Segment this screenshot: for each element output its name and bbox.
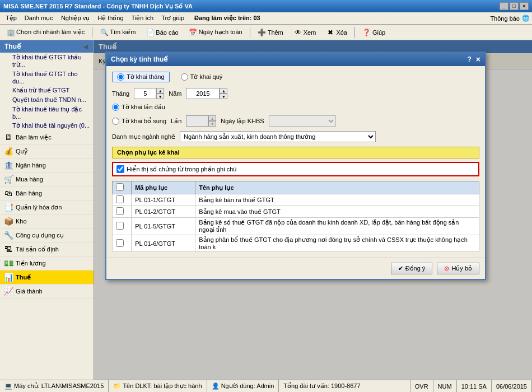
sidebar-item-taisan[interactable]: 🏗 Tài sản cố định (0, 242, 94, 256)
row-checkbox-1[interactable] (116, 207, 124, 215)
menu-tep[interactable]: Tệp (2, 13, 20, 23)
sidebar-item-tokhaigtgt2[interactable]: Tờ khai thuế GTGT cho du... (0, 69, 94, 86)
sidebar-collapse-btn[interactable]: ◀ (82, 44, 89, 50)
menu-trogiup[interactable]: Trợ giúp (158, 13, 188, 23)
content-area: Thuế Kỳ Đầu năm đến hiện tại Từ Đến Loại… (94, 40, 532, 380)
hoadon-icon: 📑 (3, 202, 13, 212)
modal-chon-ky: Chọn kỳ tính thuế ? × Tờ khai tháng (105, 52, 486, 280)
taisan-icon: 🏗 (3, 244, 13, 254)
sidebar-item-congcu[interactable]: 🔧 Công cụ dụng cụ (0, 228, 94, 242)
globe-icon: 🌐 (522, 15, 530, 22)
status-bar: 💻 Máy chủ: LTLAN\MISASME2015 📁 Tên DLKT:… (0, 380, 532, 392)
row-ten-3: Bảng phân bổ thuế GTGT cho địa phương nơ… (195, 235, 479, 252)
sidebar-item-nganhang[interactable]: 🏦 Ngân hàng (0, 158, 94, 172)
radio-tokhaitháng-input[interactable] (117, 73, 124, 81)
row-checkbox-2[interactable] (116, 222, 124, 230)
status-time: 10:11 SA (457, 380, 492, 392)
sidebar-item-kho[interactable]: 📦 Kho (0, 214, 94, 228)
lan-up-btn[interactable]: ▲ (208, 115, 216, 121)
radio-landau[interactable]: Tờ khai lần đầu (112, 104, 165, 111)
app-title: MISA SME.NET 2015 R7 Standard - Công ty … (3, 3, 193, 10)
sidebar-item-label: Tài sản cố định (16, 246, 59, 253)
toolbar-them-btn[interactable]: ➕ Thêm (254, 26, 287, 39)
db-icon: 📁 (113, 382, 121, 390)
ok-label: Đồng ý (405, 265, 426, 272)
ngaylap-label: Ngày lập KHBS (221, 118, 264, 125)
ngaylap-select[interactable] (269, 115, 336, 127)
thang-spinner: ▲ ▼ (134, 88, 164, 99)
radio-tokhaitháng[interactable]: Tờ khai tháng (112, 72, 170, 82)
radio-tokhaiQuy-input[interactable] (181, 73, 188, 81)
sidebar-item-banhang[interactable]: 🛍 Bán hàng (0, 186, 94, 200)
danhmuc-select[interactable]: Ngành hàng sản xuất, kinh doanh thông th… (180, 131, 376, 142)
hienthi-checkbox[interactable] (116, 165, 124, 173)
radio-bosung[interactable]: Tờ khai bổ sung (112, 118, 166, 125)
lan-spinner-btns: ▲ ▼ (208, 115, 216, 127)
toolbar-baocao-btn[interactable]: 📄 Báo cáo (142, 26, 182, 39)
nam-down-btn[interactable]: ▼ (220, 94, 227, 99)
toolbar-giup-btn[interactable]: ❓ Giúp (358, 26, 389, 39)
toolbar-ngay-btn[interactable]: 📅 Ngày hạch toán (185, 26, 246, 39)
radio-landau-input[interactable] (112, 104, 119, 111)
sidebar-item-tieuthudacbiet[interactable]: Tờ khai thuế tiêu thụ đặc b... (0, 105, 94, 121)
sidebar-item-qlhoadon[interactable]: 📑 Quản lý hóa đơn (0, 200, 94, 214)
sidebar-item-label: Công cụ dụng cụ (16, 232, 64, 239)
sidebar-item-label: Bán hàng (16, 190, 42, 197)
sidebar-header: Thuế ◀ (0, 40, 94, 53)
modal-help-btn[interactable]: ? (467, 55, 471, 63)
giathanh-icon: 📈 (3, 286, 13, 296)
radio-tokhaiQuy[interactable]: Tờ khai quý (181, 73, 223, 81)
close-btn[interactable]: × (520, 2, 529, 10)
thue-icon: 📊 (3, 272, 13, 282)
lan-spinner: ▲ ▼ (186, 115, 216, 127)
lan-down-btn[interactable]: ▼ (208, 121, 216, 127)
sidebar-item-muahang[interactable]: 🛒 Mua hàng (0, 172, 94, 186)
menu-tienich[interactable]: Tiện ích (128, 13, 157, 23)
ok-btn[interactable]: ✔ Đồng ý (391, 263, 433, 274)
thang-up-btn[interactable]: ▲ (156, 88, 164, 94)
toolbar-xoa-btn[interactable]: ✖ Xóa (322, 26, 351, 39)
sidebar-item-label: Tờ khai thuế GTGT khấu trừ... (12, 54, 82, 68)
thong-bao[interactable]: Thông báo 🌐 (490, 15, 530, 22)
sidebar-item-thue[interactable]: 📊 Thuế (0, 270, 94, 284)
status-ovr: OVR (410, 380, 433, 392)
toolbar-chinhanh-btn[interactable]: 🏢 Chọn chi nhánh làm việc (2, 26, 88, 39)
modal-close-btn[interactable]: × (476, 55, 480, 64)
sidebar-item-quy[interactable]: 💰 Quỹ (0, 144, 94, 158)
lan-input[interactable] (186, 115, 208, 127)
row-checkbox-0[interactable] (116, 195, 124, 203)
sidebar-item-quyettoan[interactable]: Quyết toán thuế TNDN n... (0, 95, 94, 105)
sidebar-item-tienluong[interactable]: 💵 Tiền lương (0, 256, 94, 270)
danhmuc-label: Danh mục ngành nghề (112, 133, 175, 141)
sidebar-item-banlam[interactable]: 🖥 Bàn làm việc (0, 130, 94, 144)
table-check-all[interactable] (116, 183, 124, 191)
sidebar-item-tainguyen[interactable]: Tờ khai thuế tài nguyên (0... (0, 121, 94, 130)
hienthi-label: Hiển thị số chứng từ trong phần ghi chú (127, 166, 236, 173)
row-checkbox-3[interactable] (116, 239, 124, 247)
nam-input[interactable] (186, 88, 220, 99)
radio-bosung-input[interactable] (112, 118, 119, 125)
nam-up-btn[interactable]: ▲ (220, 88, 227, 94)
sidebar-item-tokhaigtgt1[interactable]: Tờ khai thuế GTGT khấu trừ... (0, 53, 94, 69)
toolbar-xem-btn[interactable]: 👁 Xem (290, 26, 320, 39)
cancel-btn[interactable]: ⊘ Hủy bỏ (437, 263, 479, 274)
thang-input[interactable] (134, 88, 156, 99)
thang-down-btn[interactable]: ▼ (156, 94, 164, 99)
title-bar: MISA SME.NET 2015 R7 Standard - Công ty … (0, 0, 532, 12)
help-icon: ❓ (362, 28, 371, 37)
menu-danhmuc[interactable]: Danh mục (21, 13, 57, 23)
menu-hethong[interactable]: Hệ thống (94, 13, 127, 23)
toolbar-search-btn[interactable]: 🔍 Tìm kiếm (96, 26, 139, 39)
col-header-tenphuluc: Tên phụ lục (195, 181, 479, 194)
main-layout: Thuế ◀ Tờ khai thuế GTGT khấu trừ... Tờ … (0, 40, 532, 380)
sidebar-item-khautru[interactable]: Khấu trừ thuế GTGT (0, 86, 94, 95)
form-row-danhmuc: Danh mục ngành nghề Ngành hàng sản xuất,… (112, 131, 479, 142)
window-controls: _ □ × (500, 2, 529, 10)
menu-bar: Tệp Danh mục Nghiệp vụ Hệ thống Tiện ích… (0, 12, 532, 25)
menu-nghiepvu[interactable]: Nghiệp vụ (58, 13, 93, 23)
search-icon: 🔍 (100, 28, 109, 37)
toolbar-sep-3 (354, 27, 355, 38)
sidebar-item-giathanh[interactable]: 📈 Giá thành (0, 284, 94, 298)
maximize-btn[interactable]: □ (510, 2, 519, 10)
minimize-btn[interactable]: _ (500, 2, 508, 10)
